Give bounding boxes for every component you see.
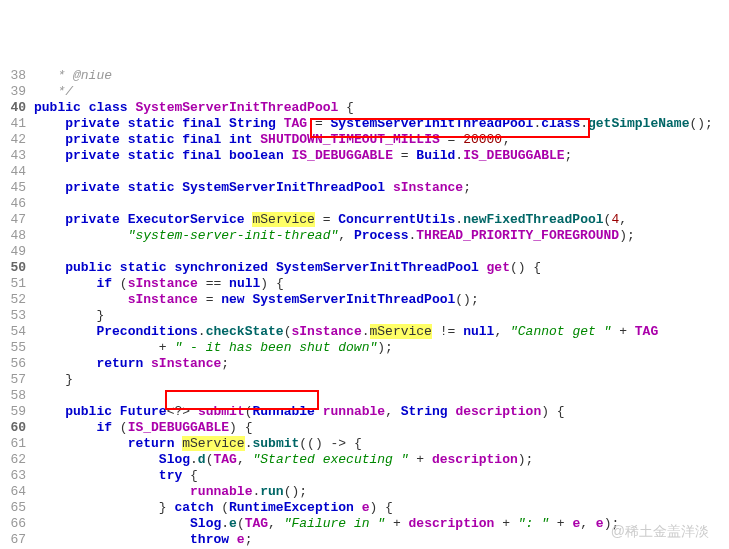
code-line[interactable]: 45 private static SystemServerInitThread… (0, 180, 729, 196)
code-content[interactable] (34, 164, 729, 180)
line-number: 52 (0, 292, 34, 308)
code-editor[interactable]: 38 * @niue39 */40public class SystemServ… (0, 68, 729, 549)
code-line[interactable]: 53 } (0, 308, 729, 324)
line-number: 46 (0, 196, 34, 212)
line-number: 49 (0, 244, 34, 260)
line-number: 67 (0, 532, 34, 548)
code-content[interactable]: public Future<?> submit(Runnable runnabl… (34, 404, 729, 420)
code-line[interactable]: 46 (0, 196, 729, 212)
code-line[interactable]: 50 public static synchronized SystemServ… (0, 260, 729, 276)
code-line[interactable]: 62 Slog.d(TAG, "Started executing " + de… (0, 452, 729, 468)
code-content[interactable]: public static synchronized SystemServerI… (34, 260, 729, 276)
code-line[interactable]: 61 return mService.submit(() -> { (0, 436, 729, 452)
line-number: 56 (0, 356, 34, 372)
code-line[interactable]: 57 } (0, 372, 729, 388)
code-content[interactable]: * @niue (34, 68, 729, 84)
code-line[interactable]: 49 (0, 244, 729, 260)
watermark: @稀土金盖洋淡 (611, 523, 709, 539)
code-line[interactable]: 47 private ExecutorService mService = Co… (0, 212, 729, 228)
code-content[interactable]: sInstance = new SystemServerInitThreadPo… (34, 292, 729, 308)
code-line[interactable]: 60 if (IS_DEBUGGABLE) { (0, 420, 729, 436)
code-content[interactable]: return sInstance; (34, 356, 729, 372)
code-line[interactable]: 52 sInstance = new SystemServerInitThrea… (0, 292, 729, 308)
code-content[interactable]: */ (34, 84, 729, 100)
code-line[interactable]: 54 Preconditions.checkState(sInstance.mS… (0, 324, 729, 340)
line-number: 64 (0, 484, 34, 500)
line-number: 57 (0, 372, 34, 388)
code-line[interactable]: 38 * @niue (0, 68, 729, 84)
code-line[interactable]: 43 private static final boolean IS_DEBUG… (0, 148, 729, 164)
highlight-box-1 (310, 118, 590, 138)
code-content[interactable] (34, 388, 729, 404)
code-content[interactable]: public class SystemServerInitThreadPool … (34, 100, 729, 116)
line-number: 45 (0, 180, 34, 196)
code-content[interactable]: } (34, 372, 729, 388)
line-number: 55 (0, 340, 34, 356)
code-line[interactable]: 59 public Future<?> submit(Runnable runn… (0, 404, 729, 420)
code-line[interactable]: 40public class SystemServerInitThreadPoo… (0, 100, 729, 116)
code-line[interactable]: 48 "system-server-init-thread", Process.… (0, 228, 729, 244)
code-content[interactable]: private ExecutorService mService = Concu… (34, 212, 729, 228)
code-content[interactable]: "system-server-init-thread", Process.THR… (34, 228, 729, 244)
line-number: 61 (0, 436, 34, 452)
code-line[interactable]: 63 try { (0, 468, 729, 484)
code-line[interactable]: 64 runnable.run(); (0, 484, 729, 500)
code-line[interactable]: 44 (0, 164, 729, 180)
code-content[interactable]: return mService.submit(() -> { (34, 436, 729, 452)
code-content[interactable]: Slog.d(TAG, "Started executing " + descr… (34, 452, 729, 468)
line-number: 58 (0, 388, 34, 404)
code-content[interactable]: if (sInstance == null) { (34, 276, 729, 292)
line-number: 48 (0, 228, 34, 244)
line-number: 54 (0, 324, 34, 340)
line-number: 65 (0, 500, 34, 516)
line-number: 38 (0, 68, 34, 84)
line-number: 40 (0, 100, 34, 116)
code-line[interactable]: 58 (0, 388, 729, 404)
code-content[interactable]: private static SystemServerInitThreadPoo… (34, 180, 729, 196)
code-line[interactable]: 56 return sInstance; (0, 356, 729, 372)
code-content[interactable]: runnable.run(); (34, 484, 729, 500)
code-content[interactable]: try { (34, 468, 729, 484)
code-content[interactable] (34, 196, 729, 212)
code-content[interactable]: if (IS_DEBUGGABLE) { (34, 420, 729, 436)
line-number: 44 (0, 164, 34, 180)
line-number: 42 (0, 132, 34, 148)
code-content[interactable]: + " - it has been shut down"); (34, 340, 729, 356)
line-number: 53 (0, 308, 34, 324)
line-number: 63 (0, 468, 34, 484)
line-number: 43 (0, 148, 34, 164)
code-line[interactable]: 51 if (sInstance == null) { (0, 276, 729, 292)
line-number: 59 (0, 404, 34, 420)
code-content[interactable]: Preconditions.checkState(sInstance.mServ… (34, 324, 729, 340)
code-line[interactable]: 39 */ (0, 84, 729, 100)
line-number: 62 (0, 452, 34, 468)
code-content[interactable]: } (34, 308, 729, 324)
code-content[interactable]: } catch (RuntimeException e) { (34, 500, 729, 516)
code-content[interactable]: private static final boolean IS_DEBUGGAB… (34, 148, 729, 164)
line-number: 51 (0, 276, 34, 292)
code-line[interactable]: 55 + " - it has been shut down"); (0, 340, 729, 356)
line-number: 60 (0, 420, 34, 436)
line-number: 41 (0, 116, 34, 132)
line-number: 47 (0, 212, 34, 228)
line-number: 39 (0, 84, 34, 100)
code-content[interactable] (34, 244, 729, 260)
code-line[interactable]: 65 } catch (RuntimeException e) { (0, 500, 729, 516)
line-number: 50 (0, 260, 34, 276)
line-number: 66 (0, 516, 34, 532)
highlight-box-2 (165, 390, 319, 410)
